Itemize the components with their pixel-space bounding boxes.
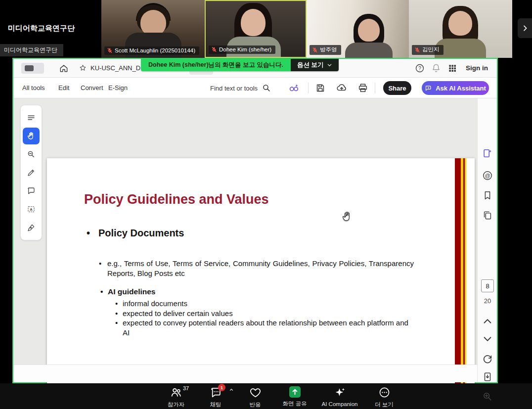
ai-assistant-icon[interactable] (288, 83, 299, 93)
refresh-rotate-button[interactable] (482, 354, 493, 364)
chat-button[interactable]: 1 채팅 (195, 385, 236, 409)
menu-item-esign[interactable]: E-Sign (108, 78, 128, 98)
acrobat-toolbar: All tools Edit Convert E-Sign Find text … (13, 78, 497, 98)
select-text-tool-button[interactable]: A (23, 201, 40, 218)
pen-nib-icon (27, 223, 36, 232)
copy-pages-button[interactable] (482, 210, 493, 221)
previous-page-button[interactable] (482, 316, 493, 327)
zoom-tool-icon (27, 150, 36, 159)
pencil-icon (27, 168, 36, 177)
favorite-star-icon[interactable] (79, 64, 87, 72)
video-strip: 미디어학교육연구단 미디어학교육연구단 Scott McLaughlin (20… (0, 0, 532, 58)
participant-tile-bang[interactable]: 방주영 (307, 0, 409, 58)
toolbar-divider (375, 83, 375, 93)
participant-tile-dohee[interactable]: Dohee Kim (she/her) (205, 0, 307, 58)
person-silhouette (241, 9, 266, 36)
person-silhouette (345, 43, 393, 58)
find-tools-button[interactable]: Find text or tools (210, 78, 271, 98)
room-name-label: 미디어학교육연구단 (0, 44, 63, 56)
document-viewport[interactable]: Policy Guidelines and Values Policy Docu… (13, 98, 477, 364)
comment-tool-button[interactable] (23, 182, 40, 199)
participants-label: 참가자 (155, 401, 197, 409)
find-tools-label: Find text or tools (210, 85, 258, 92)
ask-ai-assistant-button[interactable]: Ask AI Assistant (422, 81, 489, 95)
hand-tool-button[interactable] (23, 128, 40, 144)
screen-share-button[interactable]: 화면 공유 (274, 385, 315, 409)
ai-companion-button[interactable]: AI Companion (315, 385, 364, 409)
participant-name-tag: Dohee Kim (she/her) (209, 45, 275, 54)
zoom-bottom-toolbar: 37 참가자 1 채팅 반응 화면 공유 (0, 383, 532, 409)
slide-subbullet-relationship: expected to convey potential readers abo… (115, 318, 412, 338)
mic-muted-icon (414, 47, 420, 53)
apps-grid-icon[interactable] (447, 63, 457, 73)
participant-name: Dohee Kim (she/her) (219, 46, 271, 52)
chat-sparkle-icon (425, 85, 432, 92)
more-button[interactable]: 더 보기 (363, 385, 405, 409)
print-icon[interactable] (357, 83, 368, 93)
cloud-upload-icon[interactable] (336, 83, 347, 93)
view-options-button[interactable]: 옵션 보기 (291, 59, 339, 71)
participant-name: 김민지 (422, 46, 440, 53)
at-comment-button[interactable]: @ (482, 170, 493, 181)
menu-item-all-tools[interactable]: All tools (22, 78, 45, 98)
chat-unread-badge: 1 (218, 384, 225, 391)
document-tab-title[interactable]: KU-USC_ANN_D (90, 59, 141, 78)
expand-gallery-button[interactable] (518, 18, 532, 38)
slide-bullet-policy-documents: Policy Documents (87, 227, 184, 239)
hand-cursor-icon (341, 211, 353, 223)
chevron-down-icon (327, 62, 332, 68)
zoom-tool-button[interactable] (23, 146, 40, 163)
mic-muted-icon (107, 47, 113, 53)
person-silhouette (448, 11, 472, 36)
ai-companion-sparkle-icon (334, 386, 346, 399)
toolbar-divider (308, 83, 309, 93)
hand-tool-icon (27, 132, 36, 140)
participant-tile-scott[interactable]: Scott McLaughlin (2025010144) (101, 0, 205, 58)
export-document-button[interactable] (482, 371, 493, 382)
acrobat-footer-strip (13, 364, 477, 382)
shared-screen-acrobat-window: KU-USC_ANN_D Dohee Kim (she/her)님의 화면을 보… (12, 58, 498, 383)
left-tool-rail: A (20, 105, 42, 240)
slide-bullet-ai-guidelines: AI guidelines (100, 287, 155, 296)
slide-subbullet-values: expected to deliver certain values (115, 309, 233, 318)
participant-tile-kim[interactable]: 김민지 (409, 0, 512, 58)
more-label: 더 보기 (363, 401, 405, 409)
reactions-label: 반응 (234, 401, 276, 409)
screen-share-banner: Dohee Kim (she/her)님의 화면을 보고 있습니다. 옵션 보기 (141, 59, 339, 71)
participant-name: 방주영 (320, 46, 337, 53)
bookmark-button[interactable] (482, 190, 493, 201)
menu-item-convert[interactable]: Convert (81, 78, 103, 98)
menu-item-edit[interactable]: Edit (58, 78, 69, 98)
help-icon[interactable]: ? (415, 63, 425, 73)
share-button-label: Share (388, 85, 406, 92)
sign-in-button[interactable]: Sign in (466, 59, 488, 78)
page-panels-button[interactable] (23, 109, 40, 126)
view-options-label: 옵션 보기 (297, 59, 323, 71)
ai-summary-button[interactable] (482, 148, 493, 159)
fill-sign-tool-button[interactable] (23, 219, 40, 236)
zoom-in-button[interactable] (482, 391, 493, 402)
svg-text:A: A (30, 207, 33, 212)
home-icon[interactable] (59, 63, 69, 73)
reactions-button[interactable]: 반응 (234, 385, 276, 409)
person-silhouette (358, 19, 380, 42)
participant-name-tag: 김민지 (412, 45, 443, 55)
participant-name: Scott McLaughlin (2025010144) (115, 47, 195, 53)
page-total-label: 20 (478, 297, 497, 305)
participants-button[interactable]: 37 참가자 (155, 385, 197, 409)
heart-icon (249, 386, 262, 399)
participants-count: 37 (183, 385, 189, 391)
pencil-tool-button[interactable] (23, 164, 40, 181)
participants-icon (170, 386, 182, 399)
search-icon (262, 84, 271, 92)
svg-text:@: @ (485, 173, 490, 179)
save-icon[interactable] (315, 83, 326, 93)
app-menu-button[interactable] (21, 63, 44, 74)
screen-share-label: 화면 공유 (274, 400, 315, 408)
mic-muted-icon (211, 46, 217, 52)
next-page-button[interactable] (482, 333, 493, 344)
bell-icon[interactable] (431, 63, 441, 73)
chat-caret-icon[interactable] (229, 387, 234, 392)
page-number-input[interactable]: 8 (481, 279, 494, 292)
share-button[interactable]: Share (383, 81, 411, 95)
